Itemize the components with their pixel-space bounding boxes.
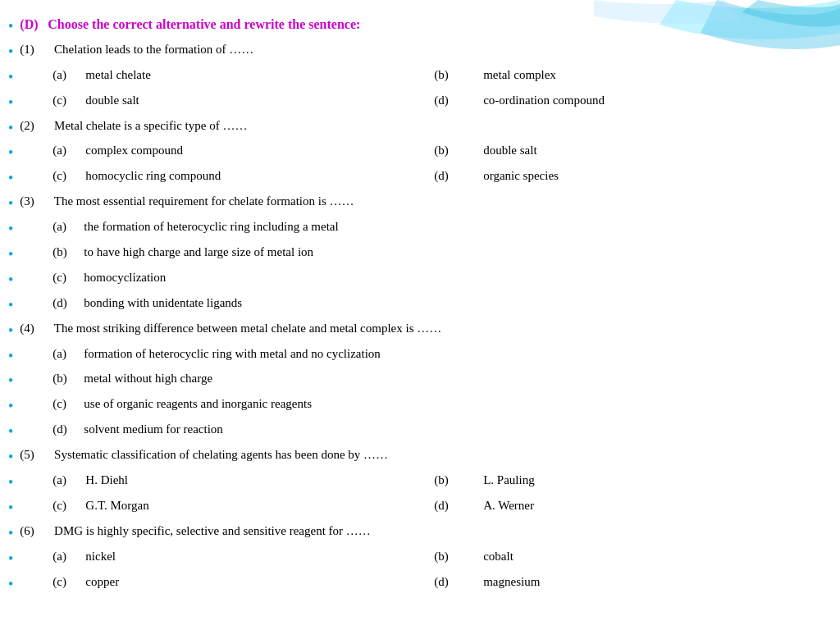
q2-option-ab: • (a) complex compound (b) double salt [8, 141, 815, 165]
q4-b-label: (b) [52, 369, 84, 388]
q6-c-label: (c) [20, 573, 85, 591]
q4-option-a: • (a) formation of heterocyclic ring wit… [8, 345, 815, 368]
q5-d-label: (d) [418, 496, 483, 515]
q3-c-text: homocyclization [84, 268, 815, 287]
q4-num: (4) [20, 319, 51, 338]
q1-option-ab: • (a) metal chelate (b) metal complex [8, 66, 815, 89]
bullet: • [8, 573, 13, 596]
bullet: • [8, 117, 13, 140]
bullet: • [8, 472, 13, 495]
bullet: • [8, 218, 13, 241]
bullet: • [8, 41, 13, 64]
question-5-text: • (5) Systematic classification of chela… [8, 445, 815, 469]
q1-b-label: (b) [418, 66, 483, 84]
bullet: • [8, 92, 13, 115]
q4-option-b: • (b) metal without high charge [8, 369, 815, 393]
q6-text: DMG is highly specific, selective and se… [54, 524, 371, 537]
q4-text: The most striking difference between met… [54, 322, 441, 335]
q4-d-label: (d) [52, 420, 84, 439]
q4-a-text: formation of heterocyclic ring with meta… [84, 345, 815, 363]
q4-option-d: • (d) solvent medium for reaction [8, 420, 815, 444]
bullet: • [8, 142, 13, 165]
q5-option-cd: • (c) G.T. Morgan (d) A. Werner [8, 496, 815, 520]
section-header-item: • (D) Choose the correct alternative and… [8, 15, 815, 39]
q4-b-text: metal without high charge [84, 369, 815, 388]
bullet: • [8, 294, 13, 317]
q1-option-cd: • (c) double salt (d) co-ordination comp… [8, 91, 815, 115]
bullet: • [8, 320, 13, 343]
q2-text: Metal chelate is a specific type of …… [54, 119, 247, 132]
q3-b-label: (b) [52, 243, 84, 262]
bullet: • [8, 16, 13, 39]
q4-d-text: solvent medium for reaction [84, 420, 815, 439]
q5-a-text: H. Diehl [85, 471, 249, 490]
question-3-text: • (3) The most essential requirement for… [8, 192, 815, 216]
bullet: • [8, 421, 13, 444]
q6-a-text: nickel [85, 547, 249, 566]
q3-c-label: (c) [52, 268, 84, 287]
q3-num: (3) [20, 192, 51, 211]
q6-a-label: (a) [20, 547, 85, 566]
bullet: • [8, 167, 13, 190]
bullet: • [8, 66, 13, 89]
q3-option-a: • (a) the formation of heterocyclic ring… [8, 217, 815, 241]
q3-option-d: • (d) bonding with unidentate ligands [8, 294, 815, 317]
q2-num: (2) [20, 116, 51, 135]
bullet: • [8, 497, 13, 520]
main-content: • (D) Choose the correct alternative and… [0, 0, 840, 605]
q5-d-text: A. Werner [483, 496, 534, 515]
q2-c-text: homocyclic ring compound [85, 167, 249, 185]
q6-b-label: (b) [418, 547, 483, 566]
q1-a-label: (a) [20, 66, 85, 84]
q2-b-label: (b) [418, 141, 483, 160]
question-1-text: • (1) Chelation leads to the formation o… [8, 40, 815, 64]
q2-b-text: double salt [483, 141, 536, 160]
q2-c-label: (c) [20, 167, 85, 185]
question-6-text: • (6) DMG is highly specific, selective … [8, 522, 815, 546]
q5-a-label: (a) [20, 471, 85, 490]
q1-text: Chelation leads to the formation of …… [54, 43, 253, 56]
q2-d-label: (d) [418, 167, 483, 185]
question-list: • (D) Choose the correct alternative and… [8, 15, 815, 596]
q1-num: (1) [20, 40, 51, 59]
q1-b-text: metal complex [483, 66, 556, 84]
q5-c-label: (c) [20, 496, 85, 515]
q3-option-c: • (c) homocyclization [8, 268, 815, 292]
q6-option-cd: • (c) copper (d) magnesium [8, 573, 815, 596]
q3-b-text: to have high charge and large size of me… [84, 243, 815, 262]
question-4-text: • (4) The most striking difference betwe… [8, 319, 815, 343]
q1-c-text: double salt [85, 91, 249, 110]
question-2-text: • (2) Metal chelate is a specific type o… [8, 116, 815, 140]
q6-num: (6) [20, 522, 51, 541]
bullet: • [8, 523, 13, 546]
q4-c-label: (c) [52, 395, 84, 413]
q2-option-cd: • (c) homocyclic ring compound (d) organ… [8, 167, 815, 190]
bullet: • [8, 244, 13, 267]
q2-d-text: organic species [483, 167, 559, 185]
bullet: • [8, 370, 13, 393]
bullet: • [8, 395, 13, 418]
q1-a-text: metal chelate [85, 66, 249, 84]
q3-text: The most essential requirement for chela… [54, 194, 354, 208]
q5-text: Systematic classification of chelating a… [54, 448, 388, 461]
q3-a-text: the formation of heterocyclic ring inclu… [84, 217, 815, 236]
bullet: • [8, 446, 13, 469]
q5-c-text: G.T. Morgan [85, 496, 249, 515]
q5-b-label: (b) [418, 471, 483, 490]
section-header-content: (D) Choose the correct alternative and r… [20, 15, 815, 35]
q1-d-label: (d) [418, 91, 483, 110]
q3-d-label: (d) [52, 294, 84, 313]
section-title: Choose the correct alternative and rewri… [48, 17, 360, 31]
q3-a-label: (a) [52, 217, 84, 236]
q5-num: (5) [20, 445, 51, 464]
bullet: • [8, 193, 13, 216]
q5-option-ab: • (a) H. Diehl (b) L. Pauling [8, 471, 815, 495]
q3-d-text: bonding with unidentate ligands [84, 294, 815, 313]
q5-b-text: L. Pauling [483, 471, 535, 490]
q4-c-text: use of organic reagents and inorganic re… [84, 395, 815, 413]
bullet: • [8, 548, 13, 571]
q6-d-text: magnesium [483, 573, 540, 591]
bullet: • [8, 269, 13, 292]
q4-option-c: • (c) use of organic reagents and inorga… [8, 395, 815, 418]
q6-d-label: (d) [418, 573, 483, 591]
